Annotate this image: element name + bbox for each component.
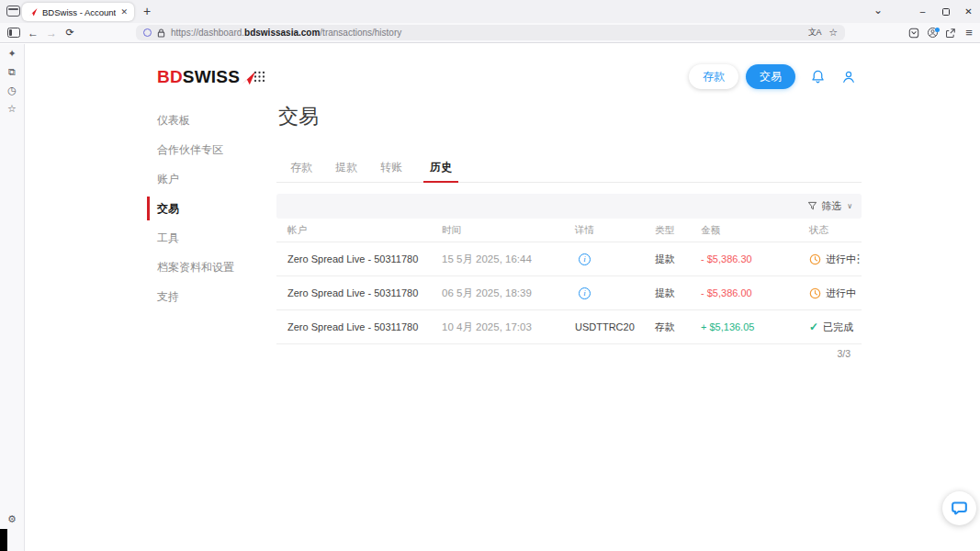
browser-tab[interactable]: BDSwiss - Account Portal ✕ [22,3,134,21]
info-icon[interactable]: i [579,287,591,299]
portal-sidebar-nav: 仪表板 合作伙伴专区 账户 交易 工具 档案资料和设置 支持 [157,106,269,311]
url-prefix: https://dashboard. [171,28,244,38]
cell-time: 15 5月 2025, 16:44 [442,253,575,266]
browser-nav-bar: ← → ⟳ https://dashboard.bdswissasia.com/… [0,23,980,43]
cell-amount: - $5,386.00 [701,287,809,298]
cell-account: Zero Spread Live - 50311780 [276,287,442,298]
sidebar-toggle-icon[interactable] [7,28,20,38]
url-text: https://dashboard.bdswissasia.com/transa… [171,28,803,38]
sidebar-item-partner-zone[interactable]: 合作伙伴专区 [157,135,269,164]
pending-clock-icon [809,287,821,299]
pocket-icon[interactable] [905,28,923,39]
filter-chevron-icon: ∨ [847,202,852,210]
tab-close-icon[interactable]: ✕ [120,7,128,17]
ai-sparkle-icon[interactable]: ✦ [0,48,24,60]
history-clock-icon[interactable]: ◷ [0,84,24,96]
cell-time: 10 4月 2025, 17:03 [442,320,575,334]
tab-list-icon[interactable]: ⌄ [873,4,883,17]
cell-amount: - $5,386.30 [701,253,809,264]
cell-account: Zero Spread Live - 50311780 [276,321,442,332]
status-label: 已完成 [823,320,853,334]
sidebar-item-accounts[interactable]: 账户 [157,164,269,194]
account-icon[interactable] [923,27,941,39]
tab-transfer[interactable]: 转账 [378,153,404,183]
table-row: Zero Spread Live - 50311780 06 5月 2025, … [276,276,862,310]
sidebar-item-profile-settings[interactable]: 档案资料和设置 [157,253,269,282]
page-header-actions: 存款 交易 [689,64,857,89]
tab-deposit[interactable]: 存款 [288,153,314,183]
url-domain: bdswissasia.com [244,28,320,38]
sidebar-item-dashboard[interactable]: 仪表板 [157,106,269,135]
bookmark-star-icon[interactable]: ☆ [828,27,838,39]
info-icon[interactable]: i [579,253,591,265]
minimize-icon[interactable]: – [911,0,934,23]
tab-withdrawal[interactable]: 提款 [333,153,359,183]
share-icon[interactable] [941,28,960,39]
col-time: 时间 [442,224,575,237]
col-status: 状态 [809,224,862,237]
trade-button[interactable]: 交易 [746,64,795,89]
panel-icon[interactable]: ⧉ [0,66,24,78]
url-bar[interactable]: https://dashboard.bdswissasia.com/transa… [136,25,845,40]
lock-icon [157,28,165,38]
cell-type: 提款 [655,253,701,266]
col-type: 类型 [655,224,701,237]
sidebar-item-tools[interactable]: 工具 [157,223,269,253]
col-amount: 金额 [701,224,809,237]
cell-time: 06 5月 2025, 18:39 [442,287,575,300]
pagination-label: 3/3 [837,348,850,359]
cell-status: 进行中 [809,287,862,300]
cell-status: ✓ 已完成 [809,320,862,334]
notifications-bell-icon[interactable] [809,69,826,84]
forward-icon: → [42,23,61,42]
completed-check-icon: ✓ [809,320,818,333]
profile-person-icon[interactable] [840,70,857,84]
translate-icon[interactable]: 文A [808,27,821,39]
logo-swiss: SWISS [183,67,240,87]
screen-corner-artifact [0,529,7,551]
transactions-tabs: 存款 提款 转账 历史 [276,153,862,183]
nav-bar-right-icons: ≡ [905,23,978,42]
window-controls: – ✕ [911,0,980,23]
tracking-protection-icon[interactable] [143,28,152,37]
table-row: Zero Spread Live - 50311780 15 5月 2025, … [276,242,862,276]
hamburger-menu-icon[interactable]: ≡ [960,26,978,39]
tab-history[interactable]: 历史 [423,153,458,183]
sidebar-item-transactions[interactable]: 交易 [157,194,269,223]
sidebar-item-support[interactable]: 支持 [157,282,269,311]
browser-side-toolbar: ✦ ⧉ ◷ ☆ ⚙ [0,44,25,551]
deposit-button[interactable]: 存款 [689,64,738,89]
cell-type: 存款 [655,320,701,334]
firefox-view-icon[interactable] [6,6,20,17]
cell-amount: + $5,136.05 [701,321,809,332]
row-menu-icon[interactable]: ⋮ [852,252,864,265]
live-chat-button[interactable] [942,491,976,525]
browser-tab-strip: BDSwiss - Account Portal ✕ + ⌄ – ✕ [0,0,980,23]
apps-grid-icon[interactable] [253,71,265,83]
maximize-icon[interactable] [934,0,957,23]
table-header-row: 帐户 时间 详情 类型 金额 状态 [276,219,862,242]
table-body: Zero Spread Live - 50311780 15 5月 2025, … [276,242,862,344]
logo-bd: BD [157,67,183,87]
col-details: 详情 [575,224,655,237]
settings-gear-icon[interactable]: ⚙ [0,513,24,525]
table-row: Zero Spread Live - 50311780 10 4月 2025, … [276,310,862,344]
back-icon[interactable]: ← [24,23,42,42]
reload-icon[interactable]: ⟳ [61,23,79,42]
status-label: 进行中 [826,287,856,300]
cell-account: Zero Spread Live - 50311780 [276,253,442,264]
cell-details: USDTTRC20 [575,321,655,332]
account-notification-dot [935,28,940,32]
account-portal-page: BDSWISS 存款 交易 仪表板 合作伙伴专区 账户 交易 工具 档案资料和设… [26,44,980,551]
new-tab-button[interactable]: + [143,2,151,20]
funnel-icon [807,201,817,211]
cell-type: 提款 [655,287,701,300]
filter-bar[interactable]: 筛选 ∨ [276,194,862,219]
filter-label: 筛选 [821,199,841,213]
bookmarks-star-icon[interactable]: ☆ [0,103,24,115]
tab-title: BDSwiss - Account Portal [42,7,116,17]
close-window-icon[interactable]: ✕ [957,0,980,23]
url-path: /transactions/history [320,28,401,38]
col-account: 帐户 [276,224,442,237]
bdswiss-logo[interactable]: BDSWISS [157,67,256,87]
